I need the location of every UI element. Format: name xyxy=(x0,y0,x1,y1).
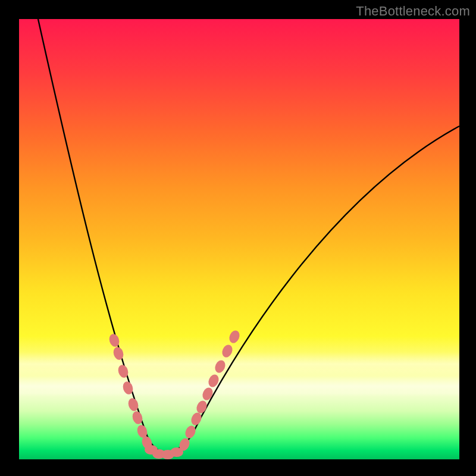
watermark-text: TheBottleneck.com xyxy=(356,4,470,19)
dotted-segment-group xyxy=(108,329,242,459)
marker-dot xyxy=(183,424,198,440)
bottleneck-curve xyxy=(38,19,459,452)
marker-dot xyxy=(213,359,227,375)
marker-dot xyxy=(227,329,242,345)
marker-dot xyxy=(195,399,209,415)
marker-dot xyxy=(201,386,215,402)
marker-dot xyxy=(112,346,125,361)
marker-dot xyxy=(189,411,203,427)
plot-area xyxy=(19,19,459,459)
marker-dot xyxy=(220,343,234,359)
chart-svg xyxy=(19,19,459,459)
outer-frame: TheBottleneck.com xyxy=(0,0,476,476)
